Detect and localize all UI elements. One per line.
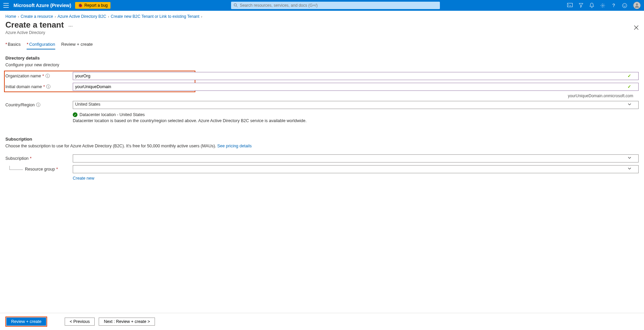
close-icon[interactable] (634, 25, 639, 30)
org-name-input[interactable] (73, 72, 639, 80)
resource-group-select[interactable] (73, 165, 639, 173)
create-new-rg-link[interactable]: Create new (73, 176, 94, 181)
search-icon (234, 3, 238, 7)
directory-details-desc: Configure your new directory (5, 63, 639, 67)
cloud-shell-icon[interactable] (567, 3, 573, 8)
country-region-select[interactable]: United States (73, 101, 639, 109)
search-input[interactable] (240, 3, 437, 8)
hamburger-menu[interactable] (3, 3, 9, 8)
breadcrumb-create-tenant[interactable]: Create new B2C Tenant or Link to existin… (111, 14, 199, 19)
org-name-label: Organization name (5, 74, 41, 78)
resource-group-label: Resource group (25, 167, 55, 172)
domain-name-label: Initial domain name (5, 84, 42, 89)
domain-name-input[interactable] (73, 83, 639, 91)
breadcrumb-aad-b2c[interactable]: Azure Active Directory B2C (58, 14, 106, 19)
svg-point-6 (623, 5, 624, 5)
tab-basics[interactable]: Basics (5, 42, 21, 49)
svg-text:?: ? (612, 3, 615, 8)
notifications-icon[interactable] (589, 3, 594, 8)
info-icon[interactable]: ⓘ (36, 102, 40, 108)
datacenter-location-text: Datacenter location - United States (79, 112, 145, 117)
pricing-details-link[interactable]: See pricing details (217, 144, 252, 148)
chevron-right-icon: › (108, 15, 109, 19)
svg-point-3 (602, 5, 603, 6)
subscription-select[interactable] (73, 154, 639, 162)
directory-details-heading: Directory details (5, 56, 639, 61)
subscription-heading: Subscription (5, 137, 639, 142)
svg-point-0 (234, 4, 237, 6)
breadcrumb: Home› Create a resource› Azure Active Di… (0, 11, 644, 20)
chevron-right-icon: › (201, 15, 202, 19)
report-bug-label: Report a bug (84, 3, 107, 8)
subscription-desc: Choose the subscription to use for Azure… (5, 144, 639, 148)
more-actions-icon[interactable]: ⋯ (68, 24, 73, 29)
tab-review-create[interactable]: Review + create (61, 42, 93, 49)
chevron-right-icon: › (18, 15, 19, 19)
required-asterisk: * (43, 84, 45, 89)
svg-point-8 (636, 3, 638, 5)
svg-point-5 (622, 3, 627, 8)
chevron-right-icon: › (55, 15, 56, 19)
breadcrumb-create-resource[interactable]: Create a resource (21, 14, 53, 19)
svg-rect-2 (568, 3, 573, 7)
domain-suffix-text: yourUniqueDomain.onmicrosoft.com (5, 94, 639, 98)
directory-filter-icon[interactable] (579, 3, 583, 8)
global-search[interactable] (231, 2, 440, 9)
settings-icon[interactable] (600, 3, 605, 8)
required-asterisk: * (56, 167, 58, 172)
page-subtitle: Azure Active Directory (5, 30, 73, 35)
success-icon: ✓ (73, 112, 77, 117)
breadcrumb-home[interactable]: Home (5, 14, 16, 19)
subscription-desc-text: Choose the subscription to use for Azure… (5, 144, 217, 148)
info-icon[interactable]: ⓘ (46, 84, 51, 90)
datacenter-note: Datacenter location is based on the coun… (73, 118, 639, 123)
required-asterisk: * (42, 74, 44, 78)
country-region-value: United States (75, 102, 100, 107)
user-avatar[interactable] (633, 2, 641, 9)
report-bug-button[interactable]: 🐞 Report a bug (75, 2, 110, 9)
tree-connector (9, 166, 23, 170)
svg-point-7 (625, 5, 626, 5)
brand-title: Microsoft Azure (Preview) (13, 3, 71, 8)
info-icon[interactable]: ⓘ (45, 73, 50, 79)
subscription-label: Subscription (5, 156, 29, 161)
svg-line-1 (236, 6, 237, 7)
tab-configuration[interactable]: Configuration (27, 42, 55, 49)
page-title: Create a tenant (5, 20, 64, 30)
country-region-label: Country/Region (5, 103, 35, 107)
required-asterisk: * (30, 156, 32, 161)
feedback-icon[interactable] (622, 3, 627, 8)
bug-icon: 🐞 (78, 3, 83, 8)
help-icon[interactable]: ? (611, 3, 616, 8)
